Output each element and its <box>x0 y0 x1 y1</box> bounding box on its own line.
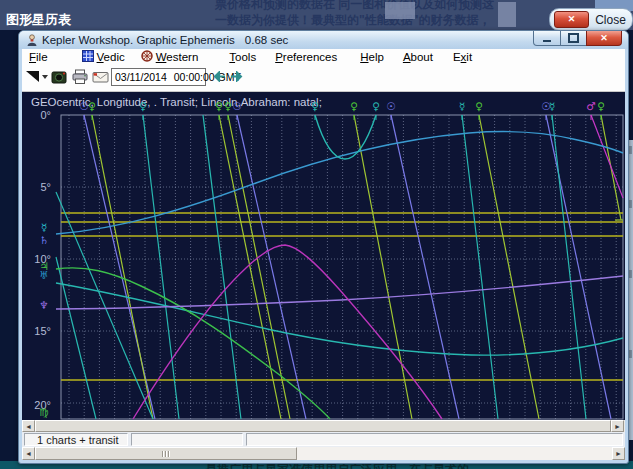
transit-line <box>462 115 498 419</box>
planet-glyph: ♀ <box>88 100 96 112</box>
outer-close-button[interactable]: Close <box>589 13 632 27</box>
chart-scroll-left-button[interactable]: ◄ <box>22 420 35 432</box>
scroll-left-button[interactable]: ◄ <box>22 447 35 460</box>
transit-line <box>143 115 179 419</box>
status-panel-3 <box>246 433 623 446</box>
transit-line <box>552 115 586 419</box>
planet-glyph: ♀ <box>224 100 232 112</box>
violet-slow-line <box>56 276 623 309</box>
planet-glyph: ☉ <box>232 100 241 112</box>
status-panel-2 <box>131 433 243 446</box>
caption-buttons: ✕ <box>533 31 622 46</box>
planet-glyph: ♀ <box>350 100 358 112</box>
close-icon: ✕ <box>600 33 608 43</box>
mail-icon[interactable] <box>92 69 109 85</box>
natal-planet-glyph: ♆ <box>39 299 48 311</box>
chart-header: GEOcentric, Longitude, . Transit; Lincol… <box>31 96 322 108</box>
close-button[interactable]: ✕ <box>586 31 622 46</box>
title-bar[interactable]: Kepler Workshop. Graphic Ephemeris 0.68 … <box>19 31 628 49</box>
natal-planet-glyph: ♍ <box>39 406 48 418</box>
maximize-button[interactable] <box>561 31 586 46</box>
menu-bar: FileVedicWesternToolsPreferencesHelpAbou… <box>22 49 625 65</box>
transit-line <box>56 257 96 419</box>
toolbar: 03/11/2014 00:00:00 GMT <box>22 65 625 92</box>
chart-scrollbar: ◄ ► <box>22 420 625 432</box>
menu-item-exit[interactable]: Exit <box>453 51 472 63</box>
planet-glyph: ♀ <box>597 100 605 112</box>
planet-glyph: ♀ <box>311 100 319 112</box>
chart-canvas: GEOcentric, Longitude, . Transit; Lincol… <box>22 92 625 420</box>
kepler-window: Kepler Workshop. Graphic Ephemeris 0.68 … <box>18 30 629 464</box>
menu-item-preferences[interactable]: Preferences <box>275 51 337 63</box>
printer-icon[interactable] <box>72 69 88 85</box>
teal-retrograde-loop <box>315 115 376 159</box>
background-fragment <box>498 2 516 27</box>
y-axis-label: 5° <box>40 181 51 193</box>
scrollbar-thumb[interactable] <box>35 447 297 460</box>
background-text-line2: 一数据为你提供！最典型的"性能数据"的财务数据， <box>215 12 490 29</box>
background-fragment <box>385 2 415 19</box>
date-value: 03/11/2014 <box>115 71 167 83</box>
y-axis-label: 0° <box>40 109 51 121</box>
planet-glyph: ☿ <box>459 100 465 112</box>
chart-scrollbar-thumb[interactable] <box>35 420 611 432</box>
app-icon <box>26 34 38 46</box>
menu-item-tools[interactable]: Tools <box>229 51 256 63</box>
scrollbar-grip <box>162 451 170 457</box>
chart-wheel-icon <box>141 50 153 64</box>
menu-item-help[interactable]: Help <box>360 51 384 63</box>
calendar-grid-icon <box>82 50 94 64</box>
transit-line <box>228 115 290 419</box>
print-preview-button[interactable] <box>25 69 49 85</box>
menu-item-western[interactable]: Western <box>156 51 199 63</box>
camera-icon[interactable] <box>51 69 67 85</box>
y-axis-label: 15° <box>34 325 51 337</box>
planet-glyph: ♀ <box>372 100 380 112</box>
planet-glyph: ♀ <box>215 100 223 112</box>
menu-item-file[interactable]: File <box>29 51 48 63</box>
cyan-rising-curve <box>56 132 623 234</box>
menu-item-vedic[interactable]: Vedic <box>97 51 125 63</box>
chart-scroll-right-button[interactable]: ► <box>611 420 624 432</box>
background-webpage-top: 票价格和预测的数据在 同一图和价值以及如何预测这 一数据为你提供！最典型的"性能… <box>0 0 633 30</box>
datetime-field[interactable]: 03/11/2014 00:00:00 GMT <box>111 68 206 86</box>
window-title: Kepler Workshop. Graphic Ephemeris <box>42 34 235 46</box>
transit-line <box>591 115 623 198</box>
natal-planet-glyph: ☿ <box>41 221 47 233</box>
transit-line <box>56 192 153 419</box>
graphic-ephemeris-chart[interactable]: GEOcentric, Longitude, . Transit; Lincol… <box>22 92 625 420</box>
step-forward-button[interactable] <box>230 71 245 82</box>
menu-item-about[interactable]: About <box>403 51 433 63</box>
natal-planet-glyph: ♅ <box>39 269 48 281</box>
window-title-elapsed: 0.68 sec <box>245 34 288 46</box>
step-back-button[interactable] <box>211 71 226 82</box>
maximize-icon <box>568 33 579 43</box>
scrollbar-track[interactable] <box>297 447 612 460</box>
planet-glyph: ☿ <box>549 100 555 112</box>
natal-planet-glyph: ♄ <box>39 234 48 246</box>
transit-line <box>92 115 153 419</box>
planet-glyph: ☉ <box>386 100 395 112</box>
status-bar: 1 charts + transit <box>22 432 625 447</box>
minimize-icon <box>543 40 551 42</box>
outer-close-x-button[interactable]: ✕ <box>554 11 589 28</box>
teal-slow-curve <box>56 283 623 355</box>
scroll-right-button[interactable]: ► <box>612 447 625 460</box>
client-area: FileVedicWesternToolsPreferencesHelpAbou… <box>22 49 625 460</box>
status-charts-panel: 1 charts + transit <box>24 433 128 446</box>
outer-window-title: 图形星历表 <box>6 11 71 29</box>
planet-glyph: ♀ <box>475 100 483 112</box>
transit-line <box>479 115 539 419</box>
minimize-button[interactable] <box>533 31 561 46</box>
outer-close-group: ✕ Close <box>549 8 633 31</box>
transit-line <box>203 115 241 419</box>
window-scrollbar: ◄ ► <box>22 447 625 460</box>
screen: 票价格和预测的数据在 同一图和价值以及如何预测这 一数据为你提供！最典型的"性能… <box>0 0 633 469</box>
planet-glyph: ♀ <box>139 100 147 112</box>
planet-glyph: ♂ <box>586 100 595 112</box>
